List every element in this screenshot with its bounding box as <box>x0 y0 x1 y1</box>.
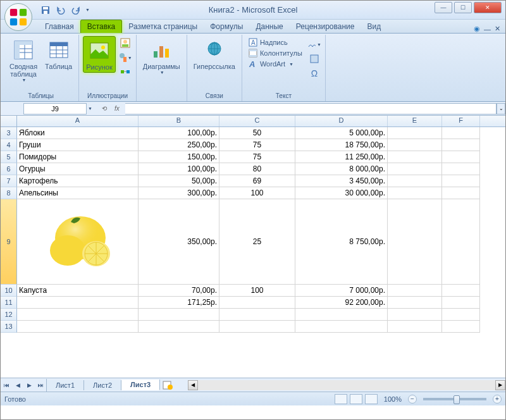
cell-B11[interactable]: 171,25р. <box>139 297 219 309</box>
cell-B9[interactable]: 350,00р. <box>139 199 219 285</box>
prev-sheet-button[interactable]: ◀ <box>12 379 23 392</box>
cell-D12[interactable] <box>295 309 388 321</box>
cell-F3[interactable] <box>442 127 480 139</box>
cell-C5[interactable]: 75 <box>219 151 295 163</box>
app-close-button[interactable]: ✕ <box>495 25 500 33</box>
sheet-tab-1[interactable]: Лист1 <box>47 380 84 390</box>
name-box[interactable]: J9 <box>23 103 87 114</box>
row-header-13[interactable]: 13 <box>1 321 17 333</box>
cell-C8[interactable]: 100 <box>219 187 295 199</box>
lemon-image[interactable] <box>36 203 125 279</box>
minimize-button[interactable]: — <box>435 2 452 13</box>
next-sheet-button[interactable]: ▶ <box>23 379 35 392</box>
column-header-E[interactable]: E <box>388 116 442 127</box>
cell-C13[interactable] <box>219 321 295 333</box>
formula-input[interactable] <box>125 103 497 114</box>
cell-F8[interactable] <box>442 187 480 199</box>
row-header-10[interactable]: 10 <box>1 285 17 297</box>
signature-button[interactable]: ▼ <box>307 37 321 51</box>
office-button[interactable] <box>4 3 32 31</box>
row-header-11[interactable]: 11 <box>1 297 17 309</box>
cell-B12[interactable] <box>139 309 219 321</box>
row-header-5[interactable]: 5 <box>1 151 17 163</box>
cell-F5[interactable] <box>442 151 480 163</box>
cell-D6[interactable]: 8 000,00р. <box>295 163 388 175</box>
cell-A6[interactable]: Огурцы <box>17 163 139 175</box>
cell-B5[interactable]: 150,00р. <box>139 151 219 163</box>
save-button[interactable] <box>39 3 52 17</box>
cell-A3[interactable]: Яблоки <box>17 127 139 139</box>
select-all-corner[interactable] <box>1 116 17 127</box>
cell-F11[interactable] <box>442 297 480 309</box>
cell-A10[interactable]: Капуста <box>17 285 139 297</box>
row-header-9[interactable]: 9 <box>1 199 17 285</box>
cell-F4[interactable] <box>442 139 480 151</box>
cell-D11[interactable]: 92 200,00р. <box>295 297 388 309</box>
cancel-formula-button[interactable]: ⟲ <box>99 103 110 114</box>
zoom-in-button[interactable]: + <box>493 395 502 404</box>
cell-D5[interactable]: 11 250,00р. <box>295 151 388 163</box>
cell-B6[interactable]: 100,00р. <box>139 163 219 175</box>
textbox-button[interactable]: AНадпись <box>246 37 305 47</box>
cell-B8[interactable]: 300,00р. <box>139 187 219 199</box>
cell-C11[interactable] <box>219 297 295 309</box>
tab-insert[interactable]: Вставка <box>80 20 123 33</box>
cell-C10[interactable]: 100 <box>219 285 295 297</box>
help-icon[interactable]: ◉ <box>474 25 480 33</box>
zoom-out-button[interactable]: − <box>408 395 417 404</box>
scroll-left-button[interactable]: ◀ <box>188 380 198 390</box>
cell-A12[interactable] <box>17 309 139 321</box>
tab-home[interactable]: Главная <box>39 20 80 33</box>
column-header-C[interactable]: C <box>219 116 295 127</box>
cell-E11[interactable] <box>388 297 442 309</box>
cell-B10[interactable]: 70,00р. <box>139 285 219 297</box>
fx-button[interactable]: fx <box>111 103 123 114</box>
namebox-dropdown-icon[interactable]: ▼ <box>88 106 92 111</box>
row-header-3[interactable]: 3 <box>1 127 17 139</box>
column-header-D[interactable]: D <box>295 116 388 127</box>
cell-D8[interactable]: 30 000,00р. <box>295 187 388 199</box>
hyperlink-button[interactable]: Гиперссылка <box>191 36 238 71</box>
tab-formulas[interactable]: Формулы <box>204 20 249 33</box>
header-footer-button[interactable]: Колонтитулы <box>246 48 305 58</box>
row-header-12[interactable]: 12 <box>1 309 17 321</box>
cell-D13[interactable] <box>295 321 388 333</box>
cell-F12[interactable] <box>442 309 480 321</box>
cell-A4[interactable]: Груши <box>17 139 139 151</box>
maximize-button[interactable]: ☐ <box>454 2 472 13</box>
new-sheet-button[interactable] <box>160 381 175 390</box>
cell-C12[interactable] <box>219 309 295 321</box>
cell-C6[interactable]: 80 <box>219 163 295 175</box>
minimize-ribbon-button[interactable]: — <box>484 25 491 33</box>
zoom-slider[interactable] <box>423 398 486 400</box>
page-break-view-button[interactable] <box>365 394 378 404</box>
column-header-F[interactable]: F <box>442 116 480 127</box>
cell-F13[interactable] <box>442 321 480 333</box>
table-button[interactable]: Таблица <box>42 36 75 71</box>
cell-E10[interactable] <box>388 285 442 297</box>
row-header-6[interactable]: 6 <box>1 163 17 175</box>
cell-E5[interactable] <box>388 151 442 163</box>
shapes-button[interactable]: ▼ <box>118 51 132 65</box>
cell-A13[interactable] <box>17 321 139 333</box>
zoom-level[interactable]: 100% <box>384 395 402 403</box>
redo-button[interactable] <box>69 3 83 17</box>
expand-formula-bar-button[interactable]: ⌄ <box>497 103 505 114</box>
cell-C3[interactable]: 50 <box>219 127 295 139</box>
clipart-button[interactable] <box>118 36 132 50</box>
symbol-button[interactable]: Ω <box>307 66 321 80</box>
cell-E7[interactable] <box>388 175 442 187</box>
cell-E3[interactable] <box>388 127 442 139</box>
cell-E12[interactable] <box>388 309 442 321</box>
cell-B7[interactable]: 50,00р. <box>139 175 219 187</box>
cell-B4[interactable]: 250,00р. <box>139 139 219 151</box>
last-sheet-button[interactable]: ⏭ <box>35 379 46 392</box>
object-button[interactable] <box>307 52 321 66</box>
cell-C4[interactable]: 75 <box>219 139 295 151</box>
cell-B13[interactable] <box>139 321 219 333</box>
row-header-8[interactable]: 8 <box>1 187 17 199</box>
cell-A5[interactable]: Помидоры <box>17 151 139 163</box>
close-button[interactable]: ✕ <box>474 2 502 13</box>
cell-E6[interactable] <box>388 163 442 175</box>
charts-button[interactable]: Диаграммы ▼ <box>140 36 183 76</box>
